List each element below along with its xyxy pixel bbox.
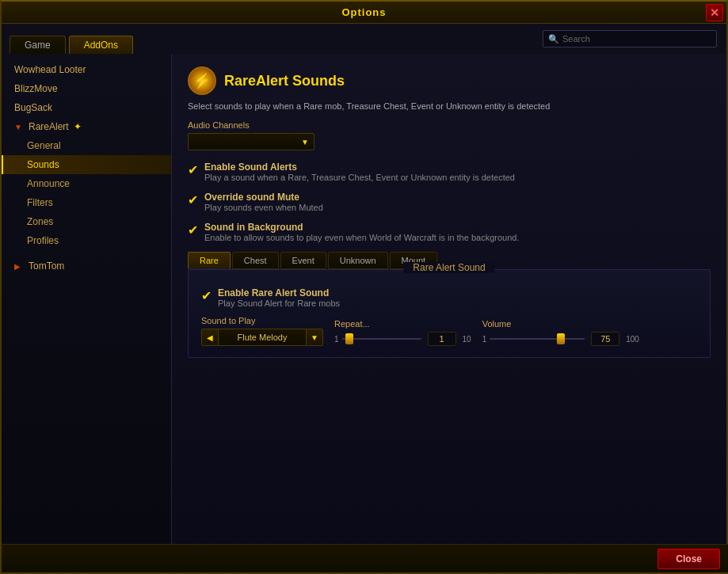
tab-unknown[interactable]: Unknown xyxy=(328,252,388,269)
volume-max: 100 xyxy=(626,335,639,344)
close-button[interactable]: Close xyxy=(657,549,720,569)
audio-channels-row: ▼ xyxy=(188,133,711,150)
repeat-value: 1 xyxy=(428,332,456,346)
addon-star-icon: ✦ xyxy=(74,121,82,132)
sidebar-label: Profiles xyxy=(27,235,59,246)
sidebar-item-blizzmove[interactable]: BlizzMove xyxy=(2,79,171,98)
sidebar-label: Zones xyxy=(27,216,53,227)
repeat-label: Repeat... xyxy=(334,319,471,329)
sidebar-item-general[interactable]: General xyxy=(2,136,171,155)
top-tab-bar: Game AddOns 🔍 xyxy=(2,24,726,54)
main-window: Options ✕ Game AddOns 🔍 Wowhead Looter B… xyxy=(0,0,728,574)
repeat-group: Repeat... 1 1 10 xyxy=(334,319,471,346)
sidebar-label: Announce xyxy=(27,178,70,189)
tab-chest[interactable]: Chest xyxy=(232,252,279,269)
repeat-max: 10 xyxy=(463,335,471,344)
volume-slider[interactable] xyxy=(490,338,585,340)
window-title: Options xyxy=(341,6,386,18)
option-override-mute: ✔ Override sound Mute Play sounds even w… xyxy=(188,192,711,212)
search-input[interactable] xyxy=(562,34,711,44)
volume-label: Volume xyxy=(482,319,639,329)
sound-panel: Rare Alert Sound ✔ Enable Rare Alert Sou… xyxy=(188,269,711,358)
sidebar-item-sounds[interactable]: Sounds xyxy=(2,155,171,174)
collapse-icon: ▼ xyxy=(14,123,24,131)
search-bar: 🔍 xyxy=(543,30,717,48)
sidebar-label: Filters xyxy=(27,197,53,208)
sidebar-item-profiles[interactable]: Profiles xyxy=(2,231,171,250)
option-label: Override sound Mute xyxy=(204,192,323,203)
panel-title: RareAlert Sounds xyxy=(224,73,345,89)
volume-min: 1 xyxy=(482,335,487,344)
sidebar-item-announce[interactable]: Announce xyxy=(2,174,171,193)
sound-option-row: ✔ Enable Rare Alert Sound Play Sound Ale… xyxy=(201,287,697,308)
panel-header: ⚡ RareAlert Sounds xyxy=(188,67,711,95)
sound-selector: ◀ Flute Melody ▼ xyxy=(201,329,323,346)
sound-to-play-label: Sound to Play xyxy=(201,316,323,325)
sidebar-label: TomTom xyxy=(29,260,64,272)
checkbox-enable-rare-sound[interactable]: ✔ xyxy=(201,288,212,303)
sound-option-label: Enable Rare Alert Sound xyxy=(218,287,340,298)
audio-channels-label: Audio Channels xyxy=(188,120,711,130)
play-sound-btn[interactable]: ◀ xyxy=(201,329,219,346)
option-desc: Play a sound when a Rare, Treasure Chest… xyxy=(204,173,515,182)
sidebar-label: General xyxy=(27,140,61,151)
sidebar-item-zones[interactable]: Zones xyxy=(2,212,171,231)
panel-subtitle: Select sounds to play when a Rare mob, T… xyxy=(188,101,711,111)
main-panel: ⚡ RareAlert Sounds Select sounds to play… xyxy=(172,54,726,547)
volume-thumb[interactable] xyxy=(557,333,565,344)
next-sound-btn[interactable]: ▼ xyxy=(306,329,323,346)
dropdown-arrow-icon: ▼ xyxy=(301,138,309,146)
sound-panel-title: Rare Alert Sound xyxy=(403,262,494,273)
sidebar-label: BlizzMove xyxy=(14,83,58,94)
panel-icon: ⚡ xyxy=(188,67,216,95)
checkbox-sound-background[interactable]: ✔ xyxy=(188,222,198,238)
sidebar-label: Sounds xyxy=(27,159,59,170)
option-label: Sound in Background xyxy=(204,222,519,233)
sidebar-item-tomtom[interactable]: ▶ TomTom xyxy=(2,257,171,276)
option-desc: Enable to allow sounds to play even when… xyxy=(204,233,519,242)
sidebar-label: RareAlert xyxy=(29,121,69,132)
checkbox-enable-sounds[interactable]: ✔ xyxy=(188,162,198,177)
checkbox-override-mute[interactable]: ✔ xyxy=(188,192,198,207)
tab-game[interactable]: Game xyxy=(10,36,66,54)
tab-event[interactable]: Event xyxy=(280,252,326,269)
sidebar-label: BugSack xyxy=(14,102,52,113)
sidebar-item-bugsack[interactable]: BugSack xyxy=(2,98,171,117)
sidebar-label: Wowhead Looter xyxy=(14,64,86,75)
bottom-bar: Close xyxy=(2,544,728,572)
audio-channel-dropdown[interactable]: ▼ xyxy=(188,133,314,150)
content-area: Wowhead Looter BlizzMove BugSack ▼ RareA… xyxy=(2,54,726,547)
volume-value: 75 xyxy=(591,332,619,346)
search-icon: 🔍 xyxy=(548,34,559,44)
option-sound-background: ✔ Sound in Background Enable to allow so… xyxy=(188,222,711,242)
option-enable-sounds: ✔ Enable Sound Alerts Play a sound when … xyxy=(188,162,711,182)
option-label: Enable Sound Alerts xyxy=(204,162,515,173)
title-bar: Options ✕ xyxy=(2,2,726,24)
sidebar: Wowhead Looter BlizzMove BugSack ▼ RareA… xyxy=(2,54,172,547)
repeat-slider[interactable] xyxy=(342,338,421,340)
sound-to-play-group: Sound to Play ◀ Flute Melody ▼ xyxy=(201,316,323,346)
option-desc: Play sounds even when Muted xyxy=(204,203,323,212)
sound-option-desc: Play Sound Alert for Rare mobs xyxy=(218,298,340,308)
repeat-min: 1 xyxy=(334,335,339,344)
sidebar-item-wowhead[interactable]: Wowhead Looter xyxy=(2,60,171,79)
close-icon-btn[interactable]: ✕ xyxy=(706,4,723,21)
sidebar-item-rarealert-parent[interactable]: ▼ RareAlert ✦ xyxy=(2,117,171,136)
tab-rare[interactable]: Rare xyxy=(188,252,231,269)
sidebar-item-filters[interactable]: Filters xyxy=(2,193,171,212)
sound-name: Flute Melody xyxy=(219,329,306,346)
volume-group: Volume 1 75 100 xyxy=(482,319,639,346)
repeat-thumb[interactable] xyxy=(345,333,353,344)
tab-addons[interactable]: AddOns xyxy=(69,36,133,54)
expand-icon: ▶ xyxy=(14,262,24,271)
